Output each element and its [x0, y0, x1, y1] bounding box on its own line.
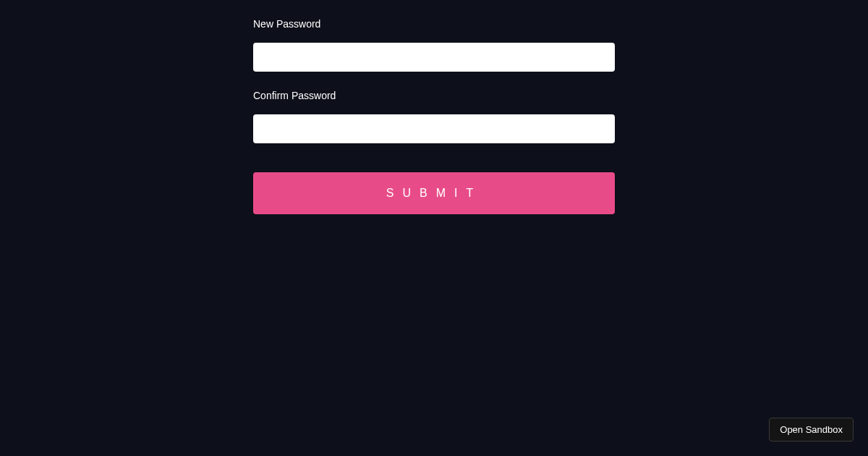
confirm-password-group: Confirm Password: [253, 90, 615, 143]
submit-button[interactable]: Submit: [253, 172, 615, 214]
confirm-password-label: Confirm Password: [253, 90, 615, 101]
open-sandbox-button[interactable]: Open Sandbox: [769, 418, 854, 442]
password-form: New Password Confirm Password Submit: [253, 0, 615, 214]
confirm-password-input[interactable]: [253, 114, 615, 143]
new-password-group: New Password: [253, 18, 615, 72]
new-password-label: New Password: [253, 18, 615, 30]
new-password-input[interactable]: [253, 43, 615, 72]
